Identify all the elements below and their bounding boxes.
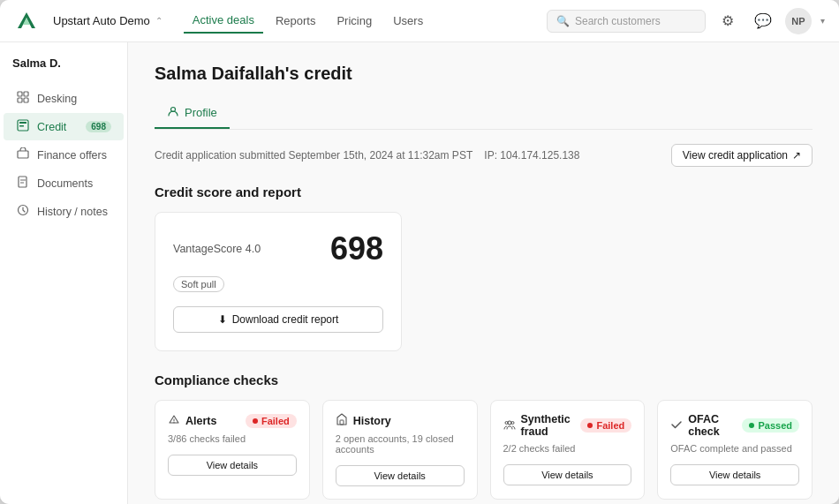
alerts-view-details-button[interactable]: View details xyxy=(168,455,297,476)
nav-users[interactable]: Users xyxy=(384,9,432,33)
nav-active-deals[interactable]: Active deals xyxy=(184,8,263,34)
alerts-subtitle: 3/86 checks failed xyxy=(168,433,297,444)
credit-score-card: VantageScore 4.0 698 Soft pull ⬇ Downloa… xyxy=(155,212,402,351)
svg-point-14 xyxy=(511,421,514,424)
sidebar-item-label: Credit xyxy=(37,121,66,133)
tab-profile[interactable]: Profile xyxy=(155,98,230,129)
credit-badge: 698 xyxy=(86,121,111,132)
sidebar: Salma D. Desking Credit 698 Finance offe… xyxy=(0,42,128,504)
nav-right: 🔍 Search customers ⚙ 💬 NP ▾ xyxy=(547,8,825,34)
svg-point-13 xyxy=(505,421,508,424)
nav-pricing[interactable]: Pricing xyxy=(328,9,381,33)
synthetic-subtitle: 2/2 checks failed xyxy=(503,443,632,454)
ofac-subtitle: OFAC complete and passed xyxy=(670,443,799,454)
compliance-grid: Alerts Failed 3/86 checks failed View de… xyxy=(155,400,813,500)
failed-dot xyxy=(587,423,593,428)
app-logo xyxy=(14,9,39,34)
tab-bar: Profile xyxy=(155,98,813,130)
profile-tab-icon xyxy=(167,105,179,120)
svg-rect-2 xyxy=(18,98,22,102)
download-credit-report-button[interactable]: ⬇ Download credit report xyxy=(173,306,383,333)
history-view-details-button[interactable]: View details xyxy=(336,465,465,486)
messages-button[interactable]: 💬 xyxy=(750,8,776,34)
sidebar-item-label: Documents xyxy=(37,177,93,190)
svg-rect-3 xyxy=(24,98,28,102)
sidebar-item-credit[interactable]: Credit 698 xyxy=(4,113,124,140)
credit-card-header: VantageScore 4.0 698 xyxy=(173,230,383,267)
svg-rect-1 xyxy=(24,92,28,96)
sidebar-item-label: History / notes xyxy=(37,206,108,218)
ofac-card-title: OFAC check xyxy=(670,413,742,438)
compliance-section-title: Compliance checks xyxy=(155,372,813,387)
synthetic-fraud-card: Synthetic fraud Failed 2/2 checks failed… xyxy=(490,400,646,500)
synthetic-status-badge: Failed xyxy=(580,418,631,433)
avatar[interactable]: NP xyxy=(785,8,812,34)
sidebar-item-history[interactable]: History / notes xyxy=(4,198,124,225)
credit-score: 698 xyxy=(330,230,383,267)
page-title: Salma Daifallah's credit xyxy=(155,64,813,84)
sidebar-item-label: Desking xyxy=(37,93,77,105)
topnav: Upstart Auto Demo ⌃ Active deals Reports… xyxy=(0,0,839,42)
sidebar-item-documents[interactable]: Documents xyxy=(4,169,124,197)
documents-icon xyxy=(16,176,30,191)
alerts-card-title: Alerts xyxy=(168,413,216,428)
chevron-down-icon: ⌃ xyxy=(155,16,163,26)
svg-rect-6 xyxy=(19,125,24,127)
submission-meta: Credit application submitted September 1… xyxy=(155,149,579,162)
alerts-icon xyxy=(168,413,180,428)
history-card-header: History xyxy=(336,413,465,428)
history-subtitle: 2 open accounts, 19 closed accounts xyxy=(336,433,465,455)
svg-rect-11 xyxy=(340,420,344,425)
credit-icon xyxy=(16,119,30,134)
sidebar-user: Salma D. xyxy=(0,56,127,84)
synthetic-view-details-button[interactable]: View details xyxy=(503,464,632,485)
download-icon: ⬇ xyxy=(218,313,227,326)
svg-rect-8 xyxy=(19,177,26,187)
history-icon xyxy=(16,204,30,219)
finance-icon xyxy=(16,147,30,162)
sidebar-item-label: Finance offers xyxy=(37,149,107,162)
main-content: Salma Daifallah's credit Profile Credit … xyxy=(128,42,839,504)
ofac-status-badge: Passed xyxy=(742,418,799,433)
history-check-icon xyxy=(336,413,348,428)
credit-section-title: Credit score and report xyxy=(155,184,813,199)
ofac-card-header: OFAC check Passed xyxy=(670,413,799,438)
history-card-title: History xyxy=(336,413,391,428)
pull-type-badge: Soft pull xyxy=(173,276,224,292)
chevron-down-icon: ▾ xyxy=(820,16,825,26)
synthetic-fraud-header: Synthetic fraud Failed xyxy=(503,413,632,438)
history-check-card: History 2 open accounts, 19 closed accou… xyxy=(322,400,478,500)
synthetic-fraud-icon xyxy=(503,418,516,433)
sidebar-item-desking[interactable]: Desking xyxy=(4,85,124,112)
alerts-status-badge: Failed xyxy=(246,414,297,428)
ofac-view-details-button[interactable]: View details xyxy=(670,464,799,485)
svg-rect-5 xyxy=(19,122,26,124)
desking-icon xyxy=(16,91,30,106)
ofac-check-card: OFAC check Passed OFAC complete and pass… xyxy=(657,400,813,500)
search-icon: 🔍 xyxy=(556,15,570,27)
search-box[interactable]: 🔍 Search customers xyxy=(547,10,706,33)
tab-profile-label: Profile xyxy=(185,106,217,119)
svg-point-12 xyxy=(508,421,511,425)
vantage-label: VantageScore 4.0 xyxy=(173,243,261,255)
synthetic-fraud-title: Synthetic fraud xyxy=(503,413,581,438)
org-name: Upstart Auto Demo xyxy=(53,14,150,27)
org-selector[interactable]: Upstart Auto Demo ⌃ xyxy=(53,14,163,27)
passed-dot xyxy=(749,423,754,428)
settings-button[interactable]: ⚙ xyxy=(714,8,741,34)
external-link-icon: ↗ xyxy=(792,149,801,162)
meta-bar: Credit application submitted September 1… xyxy=(155,144,813,167)
alerts-check-card: Alerts Failed 3/86 checks failed View de… xyxy=(155,400,310,500)
alerts-card-header: Alerts Failed xyxy=(168,413,297,428)
main-layout: Salma D. Desking Credit 698 Finance offe… xyxy=(0,42,839,504)
svg-rect-0 xyxy=(18,92,22,96)
view-credit-application-button[interactable]: View credit application ↗ xyxy=(671,144,813,167)
sidebar-item-finance-offers[interactable]: Finance offers xyxy=(4,141,124,169)
ofac-icon xyxy=(670,418,683,433)
search-placeholder: Search customers xyxy=(575,15,661,27)
failed-dot xyxy=(253,418,258,424)
nav-links: Active deals Reports Pricing Users xyxy=(184,8,533,34)
nav-reports[interactable]: Reports xyxy=(267,9,325,33)
svg-rect-7 xyxy=(18,151,28,158)
